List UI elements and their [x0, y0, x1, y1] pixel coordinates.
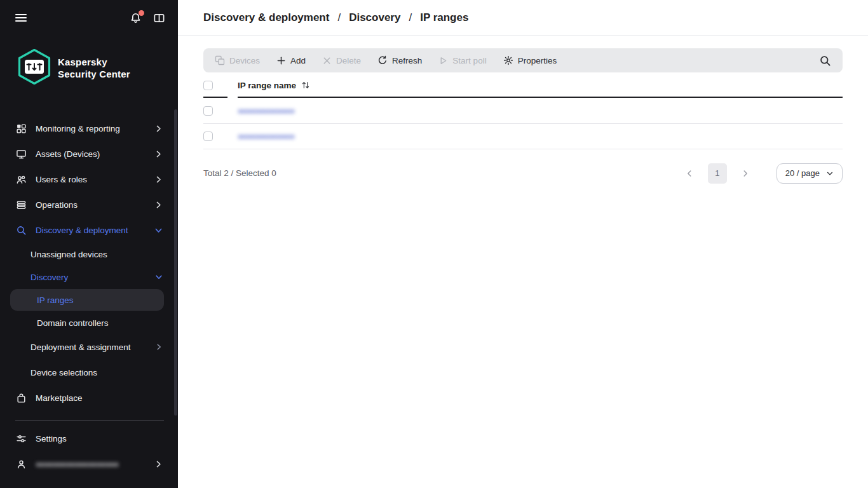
sidebar-item-label: Unassigned devices: [31, 250, 163, 259]
brand-line2: Security Center: [58, 68, 130, 80]
sidebar-item-domain-controllers[interactable]: Domain controllers: [10, 312, 164, 334]
page-size-select[interactable]: 20 / page: [776, 163, 843, 184]
monitor-icon: [15, 149, 27, 159]
pagination-summary: Total 2 / Selected 0: [203, 168, 276, 178]
breadcrumb-separator: /: [337, 11, 341, 24]
sidebar-item-deployment-assignment[interactable]: Deployment & assignment: [0, 334, 178, 360]
delete-button-label: Delete: [336, 56, 361, 65]
chevron-right-icon: [154, 201, 163, 209]
ip-ranges-table: IP range name ●●●●●●●: [203, 72, 843, 149]
server-stack-icon: [15, 200, 27, 210]
sidebar-item-users-roles[interactable]: Users & roles: [0, 166, 178, 192]
page-size-value: 20 / page: [785, 168, 820, 178]
brand-line1: Kaspersky: [58, 56, 130, 68]
page-header: Discovery & deployment / Discovery / IP …: [178, 0, 868, 36]
sidebar-item-label: Settings: [36, 434, 163, 444]
sidebar-item-label: Marketplace: [36, 393, 163, 403]
sidebar-item-settings[interactable]: Settings: [0, 426, 178, 451]
sidebar-item-unassigned-devices[interactable]: Unassigned devices: [0, 243, 178, 266]
sidebar-item-discovery[interactable]: Discovery: [0, 266, 178, 288]
sidebar-topbar: [0, 0, 178, 36]
documentation-book-icon[interactable]: [153, 12, 165, 24]
start-poll-button-label: Start poll: [452, 56, 486, 65]
table-row: ●●●●●●●●●●●●●: [203, 123, 843, 149]
page-number-button[interactable]: 1: [708, 163, 727, 184]
search-icon: [15, 225, 27, 236]
user-name-redacted: ●●●●●●●●●●●●●●●●●●●: [36, 459, 154, 469]
sidebar-item-discovery-deployment[interactable]: Discovery & deployment: [0, 217, 178, 243]
sidebar-item-label: Users & roles: [36, 175, 154, 184]
sidebar-item-device-selections[interactable]: Device selections: [0, 360, 178, 385]
next-page-chevron-icon[interactable]: [738, 169, 752, 178]
column-header-label: IP range name: [238, 81, 296, 90]
ip-range-link-redacted[interactable]: ●●●●●●●●●●●●●: [238, 132, 294, 141]
chevron-down-icon: [826, 170, 834, 177]
chevron-right-icon: [154, 175, 163, 184]
row-checkbox[interactable]: [203, 132, 213, 141]
user-person-icon: [15, 459, 27, 470]
devices-button-label: Devices: [229, 56, 260, 65]
toolbar: Devices Add Delete Refresh Star: [203, 48, 843, 72]
sidebar: Kaspersky Security Center Monitoring & r…: [0, 0, 178, 488]
column-header-ip-range-name[interactable]: IP range name: [238, 81, 843, 90]
dashboard-grid-icon: [15, 123, 27, 134]
notifications-bell-icon[interactable]: [130, 12, 142, 24]
sidebar-divider: [15, 420, 164, 421]
start-poll-button[interactable]: Start poll: [438, 56, 486, 65]
sidebar-item-label: Assets (Devices): [36, 149, 154, 159]
add-button[interactable]: Add: [276, 56, 306, 65]
kaspersky-hexagon-logo-icon: [18, 48, 51, 88]
chevron-down-icon: [154, 226, 163, 234]
chevron-right-icon: [154, 460, 163, 468]
sidebar-scrollbar[interactable]: [174, 109, 177, 416]
row-checkbox[interactable]: [203, 106, 213, 116]
sidebar-user-account[interactable]: ●●●●●●●●●●●●●●●●●●●: [0, 451, 178, 477]
sidebar-item-label: Discovery: [31, 273, 155, 282]
sidebar-item-assets-devices[interactable]: Assets (Devices): [0, 141, 178, 166]
hamburger-menu-icon[interactable]: [15, 12, 27, 24]
main-content: Discovery & deployment / Discovery / IP …: [178, 0, 868, 488]
refresh-button-label: Refresh: [392, 56, 422, 65]
breadcrumb-ip-ranges: IP ranges: [420, 11, 468, 24]
properties-button-label: Properties: [518, 56, 557, 65]
table-row: ●●●●●●●●●●●●●: [203, 98, 843, 123]
sidebar-item-label: Device selections: [31, 368, 163, 377]
sidebar-bottom: Settings ●●●●●●●●●●●●●●●●●●●: [0, 420, 178, 488]
sidebar-item-label: IP ranges: [37, 295, 74, 305]
ip-range-link-redacted[interactable]: ●●●●●●●●●●●●●: [238, 106, 294, 116]
sidebar-item-operations[interactable]: Operations: [0, 192, 178, 217]
sidebar-nav: Monitoring & reporting Assets (Devices): [0, 116, 178, 410]
add-button-label: Add: [290, 56, 306, 65]
select-all-checkbox[interactable]: [203, 81, 213, 90]
refresh-button[interactable]: Refresh: [377, 55, 422, 65]
previous-page-chevron-icon[interactable]: [682, 169, 696, 178]
devices-button[interactable]: Devices: [215, 55, 260, 65]
sliders-settings-icon: [15, 433, 27, 444]
breadcrumb-discovery-deployment[interactable]: Discovery & deployment: [203, 11, 329, 24]
users-icon: [15, 174, 27, 185]
sidebar-item-label: Deployment & assignment: [31, 342, 155, 352]
sidebar-item-monitoring-reporting[interactable]: Monitoring & reporting: [0, 116, 178, 141]
chevron-right-icon: [155, 343, 163, 351]
chevron-right-icon: [154, 150, 163, 158]
sidebar-item-label: Monitoring & reporting: [36, 124, 154, 133]
breadcrumb-discovery[interactable]: Discovery: [349, 11, 400, 24]
table-header-row: IP range name: [203, 72, 843, 98]
sidebar-item-ip-ranges[interactable]: IP ranges: [10, 289, 164, 311]
chevron-right-icon: [154, 125, 163, 133]
sidebar-item-label: Discovery & deployment: [36, 226, 154, 235]
breadcrumb: Discovery & deployment / Discovery / IP …: [203, 11, 468, 24]
sort-arrows-icon[interactable]: [301, 81, 310, 90]
sidebar-item-label: Domain controllers: [37, 318, 109, 328]
app-logo: Kaspersky Security Center: [18, 48, 178, 88]
notification-dot: [139, 10, 144, 16]
sidebar-item-label: Operations: [36, 200, 154, 210]
delete-button[interactable]: Delete: [322, 56, 361, 65]
chevron-down-icon: [155, 273, 163, 281]
pagination-bar: Total 2 / Selected 0 1 20 / page: [203, 163, 843, 184]
sidebar-item-marketplace[interactable]: Marketplace: [0, 385, 178, 410]
breadcrumb-separator: /: [409, 11, 412, 24]
shopping-bag-icon: [15, 393, 27, 403]
search-icon[interactable]: [819, 55, 831, 67]
properties-button[interactable]: Properties: [503, 55, 557, 65]
